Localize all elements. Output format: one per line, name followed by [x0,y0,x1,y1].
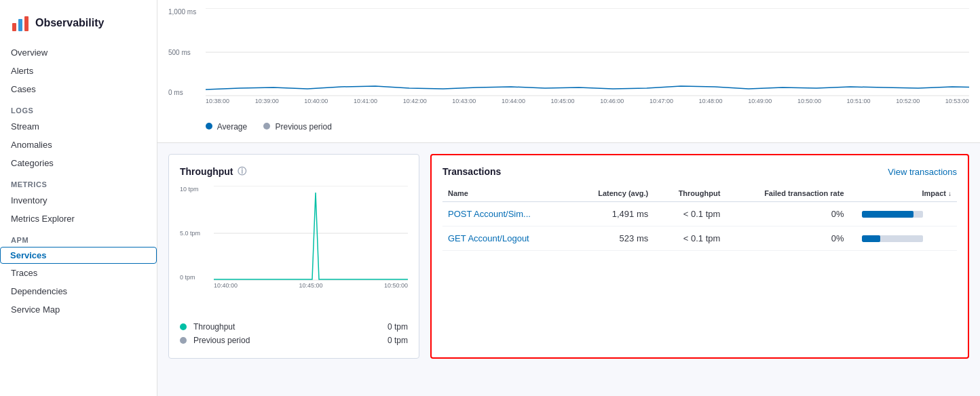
throughput-legend: Throughput 0 tpm Previous period 0 tpm [180,320,408,347]
impact-bar-fill-1 [862,235,880,242]
impact-bar-fill-0 [862,211,914,218]
y-label-mid: 500 ms [168,49,202,56]
transactions-panel: Transactions View transactions Name Late… [430,154,969,359]
sidebar-item-overview[interactable]: Overview [0,43,157,62]
sidebar: Observability Overview Alerts Cases Logs… [0,0,157,396]
sidebar-item-anomalies[interactable]: Anomalies [0,136,157,154]
table-row: POST Account/Sim... 1,491 ms < 0.1 tpm 0… [442,202,957,226]
sidebar-item-categories[interactable]: Categories [0,154,157,172]
chart-x-axis: 10:38:00 10:39:00 10:40:00 10:41:00 10:4… [206,98,969,104]
impact-bar-container-0 [855,211,923,218]
latency-chart-area [206,8,969,96]
col-name: Name [442,185,570,202]
chart-legend: Average Previous period [168,122,969,132]
throughput-legend-dot [180,323,187,330]
tx-throughput-1: < 0.1 tpm [654,226,725,251]
throughput-x-axis: 10:40:00 10:45:00 10:50:00 [214,282,408,289]
transactions-header-row: Name Latency (avg.) Throughput Failed tr… [442,185,957,202]
transactions-table: Name Latency (avg.) Throughput Failed tr… [442,185,957,251]
tx-name-cell-1: GET Account/Logout [442,226,570,251]
tx-name-link-1[interactable]: GET Account/Logout [448,233,529,243]
svg-rect-1 [18,19,22,31]
chart-y-axis: 1,000 ms 500 ms 0 ms [168,8,202,96]
col-throughput: Throughput [654,185,725,202]
bottom-panels: Throughput ⓘ 10 tpm 5.0 tpm 0 tpm [157,143,980,370]
legend-average: Average [206,122,247,132]
tx-impact-1 [850,226,957,251]
legend-previous-dot [263,123,270,130]
view-transactions-link[interactable]: View transactions [888,167,957,177]
main-content: 1,000 ms 500 ms 0 ms 10:38:00 10:3 [157,0,980,396]
sidebar-item-service-map[interactable]: Service Map [0,300,157,319]
y-label-top: 1,000 ms [168,8,202,16]
throughput-chart-wrapper: 10 tpm 5.0 tpm 0 tpm 10:40:00 10:45:0 [180,186,408,301]
throughput-info-icon[interactable]: ⓘ [238,165,246,178]
impact-bar-container-1 [855,235,923,242]
sidebar-item-alerts[interactable]: Alerts [0,62,157,80]
sidebar-item-services[interactable]: Services [0,247,157,264]
col-failed: Failed transaction rate [725,185,849,202]
throughput-chart-area [214,186,408,281]
transactions-table-body: POST Account/Sim... 1,491 ms < 0.1 tpm 0… [442,202,957,251]
sidebar-item-stream[interactable]: Stream [0,117,157,136]
sidebar-item-dependencies[interactable]: Dependencies [0,282,157,300]
tx-latency-1: 523 ms [570,226,654,251]
throughput-legend-row-0: Throughput 0 tpm [180,320,408,334]
throughput-title: Throughput ⓘ [180,165,408,178]
transactions-table-head: Name Latency (avg.) Throughput Failed tr… [442,185,957,202]
sidebar-item-traces[interactable]: Traces [0,264,157,282]
throughput-panel: Throughput ⓘ 10 tpm 5.0 tpm 0 tpm [168,154,419,359]
table-row: GET Account/Logout 523 ms < 0.1 tpm 0% [442,226,957,251]
throughput-y-axis: 10 tpm 5.0 tpm 0 tpm [180,186,210,281]
sidebar-logo: Observability [0,8,157,43]
legend-average-dot [206,123,212,130]
top-chart-section: 1,000 ms 500 ms 0 ms 10:38:00 10:3 [157,0,980,143]
impact-bar-bg-1 [862,235,923,242]
sidebar-section-metrics: Metrics [0,172,157,191]
latency-chart-svg [206,8,969,96]
tx-throughput-0: < 0.1 tpm [654,202,725,226]
sidebar-item-inventory[interactable]: Inventory [0,191,157,210]
tx-impact-0 [850,202,957,226]
tx-failed-1: 0% [725,226,849,251]
transactions-header: Transactions View transactions [442,166,957,177]
tx-name-link-0[interactable]: POST Account/Sim... [448,209,531,219]
y-label-bottom: 0 ms [168,89,202,96]
impact-bar-bg-0 [862,211,923,218]
transactions-title: Transactions [442,166,501,177]
sidebar-app-name: Observability [35,17,104,29]
col-latency: Latency (avg.) [570,185,654,202]
tx-name-cell: POST Account/Sim... [442,202,570,226]
throughput-chart-svg [214,186,408,281]
sidebar-item-metrics-explorer[interactable]: Metrics Explorer [0,210,157,228]
col-impact: Impact ↓ [850,185,957,202]
tx-latency-0: 1,491 ms [570,202,654,226]
previous-legend-dot [180,337,187,344]
throughput-legend-row-1: Previous period 0 tpm [180,334,408,347]
sidebar-section-logs: Logs [0,98,157,117]
impact-sort-arrow[interactable]: ↓ [948,190,951,197]
sidebar-section-apm: APM [0,228,157,247]
observability-logo-icon [11,14,30,33]
legend-previous: Previous period [263,122,332,132]
tx-failed-0: 0% [725,202,849,226]
sidebar-item-cases[interactable]: Cases [0,80,157,98]
svg-rect-2 [24,16,29,31]
latency-chart-wrapper: 1,000 ms 500 ms 0 ms 10:38:00 10:3 [168,8,969,117]
svg-rect-0 [12,23,16,31]
